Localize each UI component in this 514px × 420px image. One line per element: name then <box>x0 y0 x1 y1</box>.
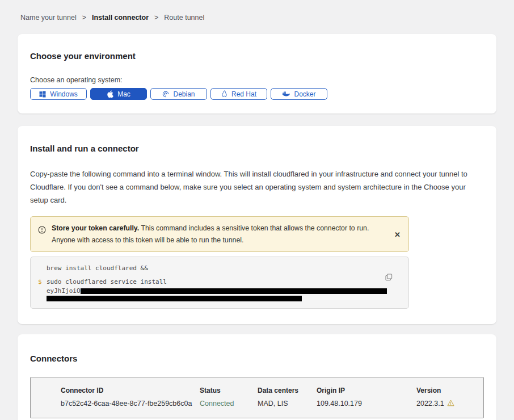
breadcrumb-separator: > <box>154 14 158 22</box>
os-button-label: Windows <box>50 90 78 98</box>
tunnel-setup-page: Name your tunnel > Install connector > R… <box>0 0 514 420</box>
environment-card-title: Choose your environment <box>30 51 484 61</box>
version-value: 2022.3.1 <box>416 400 472 408</box>
connectors-card: Connectors Connector ID Status Data cent… <box>18 334 496 420</box>
os-button-label: Red Hat <box>231 90 256 98</box>
windows-icon <box>39 91 46 98</box>
token-warning-bold: Store your token carefully. <box>52 224 139 232</box>
redacted-token-bar <box>47 296 302 301</box>
breadcrumb-install-connector[interactable]: Install connector <box>92 14 149 22</box>
column-header-version: Version <box>416 387 472 394</box>
token-warning-text: Store your token carefully. This command… <box>52 222 401 246</box>
connectors-card-title: Connectors <box>30 354 484 363</box>
column-header-status: Status <box>200 387 258 394</box>
column-header-origin-ip: Origin IP <box>317 387 416 394</box>
breadcrumb-route-tunnel[interactable]: Route tunnel <box>164 14 204 22</box>
copy-icon[interactable] <box>384 272 394 284</box>
os-button-label: Docker <box>294 90 315 98</box>
connectors-table: Connector ID Status Data centers Origin … <box>30 377 484 418</box>
os-button-docker[interactable]: Docker <box>271 88 327 100</box>
breadcrumb: Name your tunnel > Install connector > R… <box>0 0 514 22</box>
install-command-codeblock: brew install cloudflared && $ sudo cloud… <box>30 257 409 309</box>
code-command: sudo cloudflared service install <box>47 278 167 285</box>
token-warning-banner: Store your token carefully. This command… <box>30 216 409 252</box>
shell-prompt: $ <box>38 278 47 296</box>
install-description: Copy-paste the following command into a … <box>30 168 481 207</box>
status-badge: Connected <box>200 400 258 408</box>
breadcrumb-separator: > <box>82 14 86 22</box>
redhat-icon <box>221 90 227 98</box>
close-icon[interactable]: ✕ <box>394 230 401 238</box>
token-prefix: eyJhIjoiO <box>47 287 81 295</box>
debian-icon <box>162 91 169 98</box>
os-button-label: Mac <box>117 90 130 98</box>
info-icon <box>38 226 46 236</box>
os-button-group: Windows Mac Debian Red Hat <box>30 88 484 100</box>
table-row: Connector ID Status Data centers Origin … <box>61 387 472 408</box>
apple-icon <box>107 90 113 98</box>
os-button-windows[interactable]: Windows <box>30 88 87 100</box>
os-select-label: Choose an operating system: <box>30 76 484 84</box>
install-card-title: Install and run a connector <box>30 144 484 153</box>
column-header-connector-id: Connector ID <box>61 387 200 394</box>
code-line-brew: brew install cloudflared && <box>38 264 399 273</box>
breadcrumb-name-your-tunnel[interactable]: Name your tunnel <box>20 14 77 22</box>
connector-id-value: b7c52c42-6caa-48ee-8c77-fbe259cb6c0a <box>61 400 200 408</box>
os-button-redhat[interactable]: Red Hat <box>210 88 267 100</box>
column-header-data-centers: Data centers <box>258 387 317 394</box>
data-centers-value: MAD, LIS <box>258 400 317 408</box>
environment-card: Choose your environment Choose an operat… <box>18 34 496 114</box>
version-number: 2022.3.1 <box>416 400 444 408</box>
warning-icon <box>447 400 454 408</box>
docker-icon <box>282 91 290 97</box>
redacted-token-bar <box>81 288 387 294</box>
os-button-mac[interactable]: Mac <box>90 88 147 100</box>
install-connector-card: Install and run a connector Copy-paste t… <box>18 126 496 324</box>
origin-ip-value: 109.48.10.179 <box>317 400 416 408</box>
code-line-service-install: $ sudo cloudflared service install eyJhI… <box>38 278 399 296</box>
os-button-debian[interactable]: Debian <box>150 88 207 100</box>
os-button-label: Debian <box>173 90 195 98</box>
